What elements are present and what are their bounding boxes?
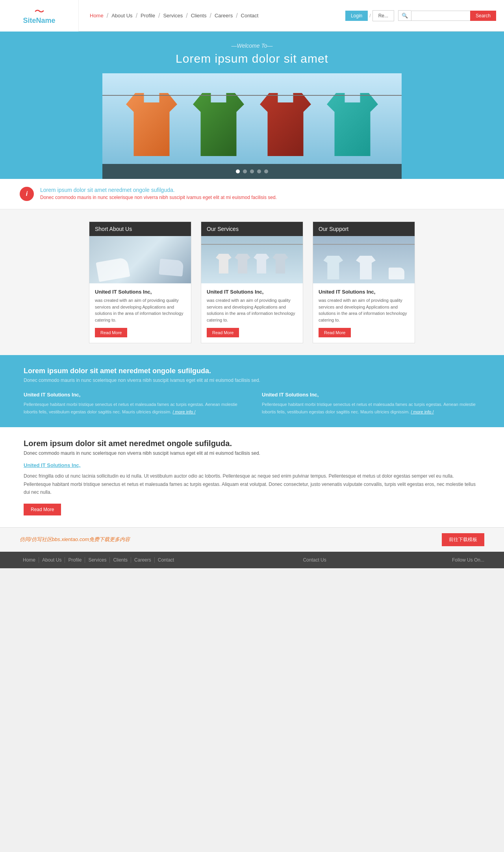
nav-item-careers[interactable]: Careers [211, 13, 236, 19]
download-button[interactable]: 前往下载模板 [442, 533, 484, 546]
card-support-body: United IT Solutions Inc, was created wit… [313, 283, 415, 343]
blue-banner: Lorem ipsum dolor sit amet neredmet ongo… [0, 355, 504, 427]
card-services-header: Our Services [201, 222, 303, 236]
footer-nav: Home About Us Profile Services Clients C… [0, 552, 504, 568]
logo-area: 〜 SiteName [0, 0, 79, 32]
footer-link-about[interactable]: About Us [39, 557, 65, 563]
card-about-body: United IT Solutions Inc, was created wit… [89, 283, 191, 343]
dot-2[interactable] [243, 169, 247, 173]
card-about-company: United IT Solutions Inc, [95, 289, 185, 295]
blue-banner-cols: United IT Solutions Inc, Pellentesque ha… [24, 392, 480, 415]
card-support-header: Our Support [313, 222, 415, 236]
card-support-readmore[interactable]: Read More [319, 328, 351, 337]
logo-text: SiteName [23, 17, 55, 25]
blue-col-2: United IT Solutions Inc, Pellentesque ha… [262, 392, 480, 415]
blue-banner-title: Lorem ipsum dolor sit amet neredmet ongo… [24, 367, 480, 375]
clothesline [102, 95, 402, 96]
card-services-body: United IT Solutions Inc, was created wit… [201, 283, 303, 343]
info-title: Lorem ipsum dolor sit amet neredmet ongo… [40, 187, 277, 193]
footer-link-services[interactable]: Services [85, 557, 110, 563]
card-about-header: Short About Us [89, 222, 191, 236]
register-button[interactable]: Re... [372, 10, 394, 21]
hero-slider [102, 73, 402, 164]
nav-item-clients[interactable]: Clients [188, 13, 210, 19]
shirt-teal [327, 93, 378, 156]
content-body: Donec fringilla odio ut nunc lacinia sol… [24, 472, 480, 496]
hero-welcome: —Welcome To— [0, 43, 504, 49]
footer-link-profile[interactable]: Profile [65, 557, 85, 563]
info-subtitle: Donec commodo mauris in nunc scelerisque… [40, 195, 277, 200]
card-about: Short About Us United IT Solutions Inc, … [89, 221, 191, 343]
card-services-image [201, 236, 303, 283]
nav-item-about[interactable]: About Us [108, 13, 135, 19]
search-icon: 🔍 [398, 10, 411, 21]
info-icon: i [20, 187, 34, 201]
footer-link-careers[interactable]: Careers [131, 557, 155, 563]
blue-col-1: United IT Solutions Inc, Pellentesque ha… [24, 392, 242, 415]
blue-col1-more[interactable]: / more info / [172, 409, 195, 414]
card-services-readmore[interactable]: Read More [207, 328, 239, 337]
hero-title: Lorem ipsum dolor sit amet [0, 52, 504, 65]
card-about-image [89, 236, 191, 283]
blue-col2-more[interactable]: / more info / [411, 409, 434, 414]
card-support: Our Support United IT Solutions Inc, was… [313, 221, 415, 343]
slider-dots-bar [102, 164, 402, 179]
footer-follow-label: Follow Us On... [452, 557, 484, 563]
shirt-green [193, 93, 244, 156]
content-readmore-button[interactable]: Read More [24, 504, 61, 515]
action-sep: / [368, 13, 372, 19]
login-button[interactable]: Login [345, 11, 368, 21]
footer-link-home[interactable]: Home [20, 557, 39, 563]
card-services: Our Services United IT Solutions Inc, wa… [201, 221, 303, 343]
card-services-company: United IT Solutions Inc, [207, 289, 297, 295]
content-section: Lorem ipsum dolor sit amet neredmet ongo… [0, 427, 504, 527]
hero-section: —Welcome To— Lorem ipsum dolor sit amet [0, 32, 504, 179]
blue-col2-text: Pellentesque habitant morbi tristique se… [262, 401, 480, 415]
dot-5[interactable] [264, 169, 268, 173]
blue-col1-title: United IT Solutions Inc, [24, 392, 242, 398]
search-input[interactable] [411, 11, 470, 21]
footer-top: 仿同/仿写社区bbs.xientao.com免费下载更多内容 前往下载模板 [0, 527, 504, 552]
card-services-desc: was created with an aim of providing qua… [207, 297, 297, 323]
header: 〜 SiteName Home / About Us / Profile / S… [0, 0, 504, 32]
search-area: 🔍 Search [398, 10, 496, 21]
card-about-readmore[interactable]: Read More [95, 328, 127, 337]
nav-item-profile[interactable]: Profile [137, 13, 158, 19]
card-support-company: United IT Solutions Inc, [319, 289, 409, 295]
footer-nav-links: Home About Us Profile Services Clients C… [20, 557, 177, 563]
dot-1[interactable] [236, 169, 240, 173]
blue-col2-title: United IT Solutions Inc, [262, 392, 480, 398]
content-title: Lorem ipsum dolor sit amet neredmet ongo… [24, 439, 480, 448]
shirt-orange [126, 93, 177, 156]
logo-icon: 〜 [34, 6, 44, 17]
info-text: Lorem ipsum dolor sit amet neredmet ongo… [40, 187, 277, 200]
footer-watermark: 仿同/仿写社区bbs.xientao.com免费下载更多内容 [20, 536, 130, 543]
footer-contact-label: Contact Us [303, 557, 326, 563]
search-button[interactable]: Search [470, 11, 496, 21]
cards-section: Short About Us United IT Solutions Inc, … [0, 210, 504, 355]
footer-link-clients[interactable]: Clients [110, 557, 131, 563]
info-bar: i Lorem ipsum dolor sit amet neredmet on… [0, 179, 504, 209]
main-nav: Home / About Us / Profile / Services / C… [79, 12, 345, 19]
nav-item-home[interactable]: Home [87, 13, 107, 19]
content-subtitle: Donec commodo mauris in nunc scelerisque… [24, 450, 480, 456]
shirt-red [260, 93, 311, 156]
header-actions: Login / Re... 🔍 Search [345, 10, 504, 21]
nav-item-contact[interactable]: Contact [238, 13, 262, 19]
shirts-container [102, 73, 402, 164]
blue-col1-text: Pellentesque habitant morbi tristique se… [24, 401, 242, 415]
card-about-desc: was created with an aim of providing qua… [95, 297, 185, 323]
card-support-image [313, 236, 415, 283]
nav-item-services[interactable]: Services [160, 13, 186, 19]
content-link[interactable]: United IT Solutions Inc, [24, 462, 480, 468]
dot-4[interactable] [257, 169, 261, 173]
blue-banner-subtitle: Donec commodo mauris in nunc scelerisque… [24, 378, 480, 383]
footer-link-contact[interactable]: Contact [155, 557, 177, 563]
card-support-desc: was created with an aim of providing qua… [319, 297, 409, 323]
dot-3[interactable] [250, 169, 254, 173]
